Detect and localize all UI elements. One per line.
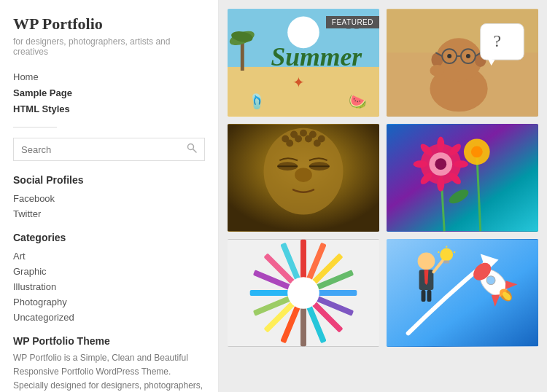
- buddha-illustration: [228, 124, 379, 232]
- category-link-photography[interactable]: Photography: [13, 297, 67, 307]
- portfolio-grid: FEATURED 🕶 Summer ✦ 🩴: [228, 9, 538, 347]
- svg-text:Summer: Summer: [271, 42, 362, 71]
- svg-line-116: [438, 252, 439, 253]
- svg-point-42: [286, 140, 293, 147]
- search-box[interactable]: [13, 138, 205, 161]
- featured-badge: FEATURED: [326, 16, 379, 28]
- social-links-list: Facebook Twitter: [13, 192, 205, 220]
- svg-point-44: [305, 136, 312, 143]
- svg-point-54: [414, 160, 428, 168]
- svg-point-45: [314, 140, 321, 147]
- main-content: FEATURED 🕶 Summer ✦ 🩴: [219, 0, 547, 392]
- grid-item-summer[interactable]: FEATURED 🕶 Summer ✦ 🩴: [228, 9, 379, 117]
- svg-point-25: [466, 54, 470, 58]
- pencils-illustration: [228, 239, 379, 347]
- rocket-illustration: [387, 239, 538, 347]
- site-title: WP Portfolio: [13, 15, 205, 34]
- category-link-art[interactable]: Art: [13, 251, 26, 262]
- grid-item-buddha[interactable]: [228, 124, 379, 232]
- search-input[interactable]: [21, 144, 187, 155]
- site-tagline: for designers, photographers, artists an…: [13, 36, 205, 57]
- nav-item-sample[interactable]: Sample Page: [13, 86, 205, 99]
- flowers-illustration: [387, 124, 538, 232]
- svg-line-1: [193, 149, 197, 153]
- svg-rect-46: [387, 125, 538, 232]
- svg-rect-88: [250, 290, 290, 296]
- social-link-item-facebook[interactable]: Facebook: [13, 192, 205, 205]
- category-link-graphic[interactable]: Graphic: [13, 266, 47, 277]
- nav-link-sample[interactable]: Sample Page: [13, 87, 72, 98]
- theme-description: WP Portfolio is a Simple, Clean and Beau…: [13, 351, 205, 392]
- svg-text:🩴: 🩴: [248, 93, 266, 110]
- svg-rect-113: [443, 260, 449, 263]
- svg-point-96: [287, 277, 319, 309]
- sidebar-divider: [13, 127, 57, 128]
- theme-title: WP Portfolio Theme: [13, 335, 205, 347]
- categories-section: Categories Art Graphic Illustration Phot…: [13, 232, 205, 324]
- svg-point-106: [418, 253, 435, 270]
- svg-text:✦: ✦: [292, 74, 305, 90]
- category-item-uncategorized[interactable]: Uncategorized: [13, 310, 205, 324]
- nav-menu: Home Sample Page HTML Styles: [13, 70, 205, 115]
- svg-text:🍉: 🍉: [349, 93, 367, 110]
- category-item-art[interactable]: Art: [13, 249, 205, 262]
- svg-rect-64: [300, 240, 306, 279]
- sidebar: WP Portfolio for designers, photographer…: [0, 0, 219, 392]
- social-profiles-title: Social Profiles: [13, 174, 205, 186]
- nav-item-html[interactable]: HTML Styles: [13, 102, 205, 115]
- social-link-item-twitter[interactable]: Twitter: [13, 207, 205, 220]
- category-link-illustration[interactable]: Illustration: [13, 281, 56, 292]
- svg-point-39: [300, 130, 307, 137]
- svg-point-61: [471, 146, 483, 157]
- category-item-graphic[interactable]: Graphic: [13, 264, 205, 278]
- svg-point-112: [440, 248, 453, 262]
- grid-item-pencils[interactable]: [228, 239, 379, 347]
- category-link-uncategorized[interactable]: Uncategorized: [13, 312, 74, 323]
- social-link-facebook[interactable]: Facebook: [13, 193, 55, 204]
- grid-item-rocket[interactable]: [387, 239, 538, 347]
- social-link-twitter[interactable]: Twitter: [13, 208, 41, 219]
- category-item-photography[interactable]: Photography: [13, 295, 205, 308]
- svg-rect-80: [300, 307, 306, 346]
- svg-point-55: [454, 160, 468, 168]
- svg-rect-110: [427, 290, 431, 302]
- search-icon: [187, 143, 197, 156]
- nav-link-home[interactable]: Home: [13, 71, 39, 82]
- nav-item-home[interactable]: Home: [13, 70, 205, 83]
- svg-rect-109: [422, 290, 426, 302]
- svg-point-52: [437, 137, 444, 152]
- svg-point-26: [430, 65, 444, 77]
- svg-rect-27: [481, 24, 524, 60]
- svg-point-32: [295, 168, 312, 182]
- category-item-illustration[interactable]: Illustration: [13, 280, 205, 293]
- svg-point-51: [435, 158, 446, 170]
- svg-rect-72: [317, 290, 357, 296]
- svg-point-53: [437, 177, 444, 192]
- cartoon-illustration: ?: [387, 9, 538, 117]
- nav-link-html[interactable]: HTML Styles: [13, 103, 70, 114]
- categories-list: Art Graphic Illustration Photography Unc…: [13, 249, 205, 324]
- svg-text:?: ?: [494, 31, 502, 50]
- grid-item-cartoon[interactable]: ?: [387, 9, 538, 117]
- categories-title: Categories: [13, 232, 205, 243]
- svg-line-115: [454, 252, 455, 253]
- social-profiles-section: Social Profiles Facebook Twitter: [13, 174, 205, 220]
- svg-point-24: [447, 54, 451, 58]
- svg-point-43: [295, 136, 302, 143]
- theme-section: WP Portfolio Theme WP Portfolio is a Sim…: [13, 335, 205, 392]
- grid-item-flowers[interactable]: [387, 124, 538, 232]
